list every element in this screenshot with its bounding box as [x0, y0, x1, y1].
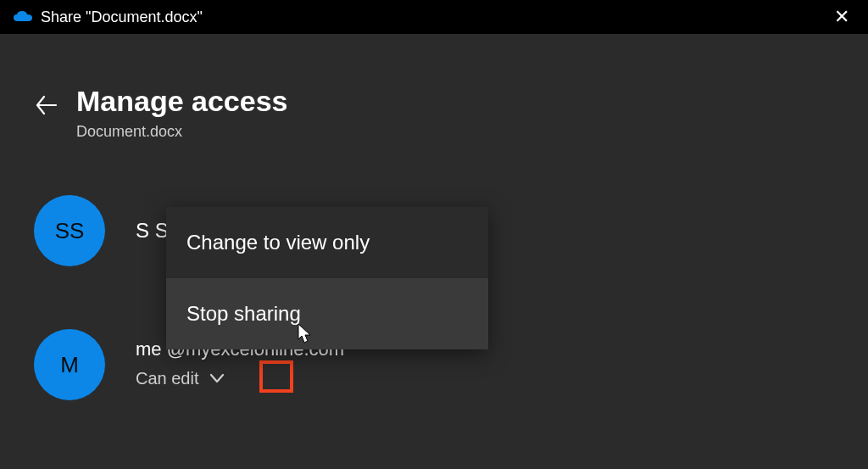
avatar-initials: SS: [55, 218, 85, 244]
header-row: Manage access Document.docx: [34, 85, 834, 141]
page-subtitle: Document.docx: [76, 123, 288, 141]
content: Manage access Document.docx SS S Smith M…: [0, 34, 868, 400]
page-title: Manage access: [76, 85, 288, 118]
permission-dropdown[interactable]: Change to view only Stop sharing: [166, 207, 488, 349]
close-icon[interactable]: ✕: [827, 3, 856, 31]
avatar: M: [34, 329, 105, 400]
people-list: SS S Smith M me @myexcelonline.com Can e…: [34, 195, 834, 400]
titlebar: Share "Document.docx" ✕: [0, 0, 868, 34]
titlebar-left: Share "Document.docx": [12, 8, 203, 26]
avatar: SS: [34, 195, 105, 266]
back-arrow-icon[interactable]: [34, 93, 58, 117]
onedrive-icon: [12, 10, 32, 24]
chevron-down-icon[interactable]: [204, 366, 230, 391]
permission-row[interactable]: Can edit: [136, 366, 344, 391]
menu-item-stop-sharing[interactable]: Stop sharing: [166, 278, 488, 349]
menu-item-change-to-view-only[interactable]: Change to view only: [166, 207, 488, 278]
header-text-block: Manage access Document.docx: [76, 85, 288, 141]
avatar-initials: M: [60, 352, 79, 378]
permission-label: Can edit: [136, 369, 199, 388]
window-title: Share "Document.docx": [41, 8, 203, 26]
